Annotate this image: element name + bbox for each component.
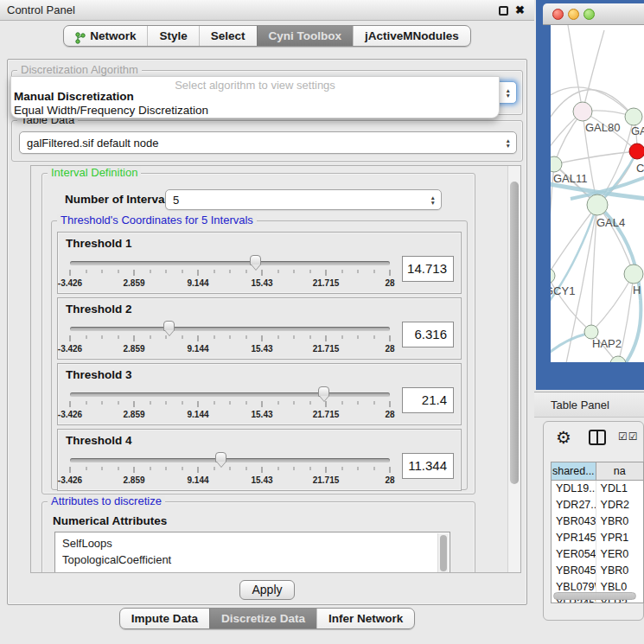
attribute-list-item[interactable]: BetweennessCentrality (62, 568, 450, 573)
node-table[interactable]: shared... na YDL19...YDL1YDR27...YDR2YBR… (551, 462, 644, 603)
network-node[interactable] (624, 265, 643, 284)
cell-shared-name[interactable]: YPR145W (552, 530, 596, 546)
close-icon[interactable]: ✖ (515, 3, 525, 16)
number-of-intervals-combobox[interactable]: 5 ▲▼ (165, 189, 442, 210)
network-node[interactable] (551, 268, 555, 284)
cell-name[interactable]: YBR0 (596, 513, 643, 530)
numerical-attributes-list[interactable]: SelfLoopsTopologicalCoefficientBetweenne… (54, 532, 450, 573)
table-hscrollbar-thumb[interactable] (553, 592, 636, 600)
cell-name[interactable]: YER0 (596, 546, 643, 563)
table-row[interactable]: YPR145WYPR1 (552, 530, 643, 546)
slider-thumb[interactable] (250, 255, 261, 265)
tab-network[interactable]: Network (64, 26, 147, 46)
threshold-slider[interactable]: -3.4262.8599.14415.4321.71528 (68, 320, 392, 356)
numerical-attributes-label: Numerical Attributes (53, 514, 167, 527)
tab-select[interactable]: Select (199, 26, 257, 46)
network-edge[interactable] (625, 300, 641, 362)
table-panel-strip: Table Panel (534, 392, 644, 418)
cell-name[interactable]: YDL1 (596, 481, 643, 497)
dropdown-option-manual[interactable]: Manual Discretization (11, 90, 499, 104)
table-row[interactable]: YER054CYER0 (552, 546, 643, 563)
attribute-list-item[interactable]: SelfLoops (62, 535, 450, 552)
float-window-icon[interactable] (499, 6, 508, 16)
columns-icon[interactable] (589, 430, 606, 445)
gear-icon[interactable]: ⚙ (556, 427, 571, 448)
slider-track[interactable] (70, 261, 390, 265)
cell-shared-name[interactable]: YDL19... (552, 481, 596, 497)
cell-name[interactable]: YBR0 (596, 563, 643, 579)
network-edge[interactable] (551, 334, 587, 359)
tick-mark (214, 401, 214, 405)
tick-mark (358, 401, 359, 405)
threshold-value-field[interactable]: 6.316 (402, 322, 454, 348)
zoom-traffic-light-icon[interactable] (583, 9, 595, 20)
slider-tick-labels: -3.4262.8599.14415.4321.71528 (70, 344, 390, 354)
tab-infer-network[interactable]: Infer Network (316, 609, 414, 628)
tab-style[interactable]: Style (147, 26, 198, 46)
threshold-slider[interactable]: -3.4262.8599.14415.4321.71528 (68, 254, 392, 290)
network-edge[interactable] (551, 205, 597, 276)
tick-label: -3.426 (58, 278, 82, 288)
slider-track[interactable] (70, 392, 390, 397)
tab-jactivemnodules[interactable]: jActiveMNodules (353, 26, 470, 46)
network-node[interactable] (625, 108, 642, 125)
slider-thumb[interactable] (163, 321, 175, 331)
table-row[interactable]: YDR27...YDR2 (552, 497, 643, 513)
network-view-window[interactable]: GAL80GACGAL11GAL4GCY1HHAP2 (536, 0, 644, 390)
checkbox-icons[interactable]: ☑☑ (618, 430, 639, 443)
network-edge[interactable] (568, 25, 583, 112)
apply-button[interactable]: Apply (239, 580, 295, 600)
tab-impute-data[interactable]: Impute Data (120, 609, 209, 628)
cell-name[interactable]: YPR1 (596, 530, 643, 546)
cell-shared-name[interactable]: YBR043C (552, 513, 596, 530)
minimize-traffic-light-icon[interactable] (568, 9, 579, 20)
slider-track[interactable] (70, 327, 390, 331)
tick-mark (102, 467, 103, 470)
table-row[interactable]: YBR043CYBR0 (552, 513, 643, 530)
tick-mark (86, 401, 86, 405)
network-node[interactable] (629, 143, 644, 159)
tick-label: -3.426 (58, 475, 82, 485)
main-scrollbar-thumb[interactable] (510, 182, 519, 484)
table-row[interactable]: YDL19...YDL1 (552, 481, 643, 497)
network-node[interactable] (587, 194, 608, 215)
threshold-value-field[interactable]: 11.344 (402, 453, 454, 479)
tab-cyni-toolbox[interactable]: Cyni Toolbox (257, 26, 354, 46)
attribute-list-item[interactable]: TopologicalCoefficient (62, 552, 450, 568)
column-header-shared-name[interactable]: shared... (552, 462, 596, 480)
tick-mark (341, 401, 342, 405)
cell-shared-name[interactable]: YER054C (552, 546, 596, 563)
tick-label: 15.43 (251, 475, 272, 485)
tick-mark (198, 335, 199, 341)
tick-mark (358, 467, 359, 470)
table-data-combobox[interactable]: galFiltered.sif default node ▲▼ (19, 131, 517, 154)
attributes-scrollbar-thumb[interactable] (440, 535, 447, 571)
threshold-group: Threshold 4 -3.4262.8599.14415.4321.7152… (57, 429, 462, 491)
threshold-slider[interactable]: -3.4262.8599.14415.4321.71528 (68, 386, 392, 422)
tick-mark (198, 467, 199, 473)
cell-name[interactable]: YDR2 (596, 497, 643, 513)
table-row[interactable]: YBR045CYBR0 (552, 563, 643, 579)
network-canvas[interactable]: GAL80GACGAL11GAL4GCY1HHAP2 (551, 25, 644, 362)
column-header-name[interactable]: na (596, 462, 643, 480)
tick-mark (262, 270, 263, 276)
network-edge[interactable] (554, 151, 637, 164)
network-node[interactable] (551, 156, 562, 172)
dropdown-option-equal-width[interactable]: Equal Width/Frequency Discretization (11, 104, 499, 118)
slider-thumb[interactable] (318, 386, 329, 397)
network-node[interactable] (573, 102, 592, 121)
threshold-value-field[interactable]: 21.4 (402, 387, 454, 413)
threshold-value-field[interactable]: 14.713 (402, 256, 454, 282)
slider-track[interactable] (70, 458, 390, 462)
slider-tick-labels: -3.4262.8599.14415.4321.71528 (70, 278, 390, 289)
tab-discretize-data[interactable]: Discretize Data (209, 609, 316, 628)
tick-mark (277, 401, 278, 405)
slider-thumb[interactable] (215, 452, 226, 462)
combo-arrows-icon: ▲▼ (430, 195, 436, 205)
network-edge[interactable] (597, 205, 634, 274)
network-edge[interactable] (583, 30, 604, 112)
threshold-slider[interactable]: -3.4262.8599.14415.4321.71528 (68, 451, 392, 488)
cell-shared-name[interactable]: YDR27... (552, 497, 596, 513)
cell-shared-name[interactable]: YBR045C (552, 563, 596, 579)
close-traffic-light-icon[interactable] (552, 9, 564, 20)
